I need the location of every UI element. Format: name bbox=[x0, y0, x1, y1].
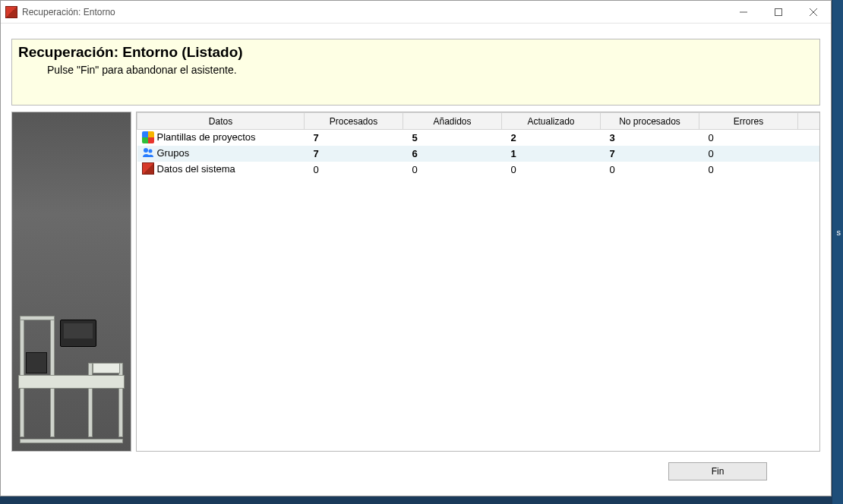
titlebar[interactable]: Recuperación: Entorno bbox=[1, 1, 831, 24]
client-area: Recuperación: Entorno (Listado) Pulse "F… bbox=[11, 39, 820, 485]
window-title: Recuperación: Entorno bbox=[22, 7, 115, 17]
page-title: Recuperación: Entorno (Listado) bbox=[18, 44, 813, 61]
table-header-row: Datos Procesados Añadidos Actualizado No… bbox=[137, 113, 820, 130]
cell-errores: 0 bbox=[699, 162, 798, 178]
table-row[interactable]: Grupos76170 bbox=[137, 146, 820, 162]
cell-spacer bbox=[798, 146, 820, 162]
cell-label: Grupos bbox=[137, 146, 305, 162]
cell-label: Datos del sistema bbox=[137, 162, 305, 178]
cell-procesados: 7 bbox=[305, 146, 403, 162]
window-controls bbox=[726, 1, 831, 24]
fin-button[interactable]: Fin bbox=[668, 462, 767, 480]
close-button[interactable] bbox=[796, 1, 831, 24]
page-subtitle: Pulse "Fin" para abandonar el asistente. bbox=[47, 64, 813, 76]
cell-actualizado: 1 bbox=[502, 146, 601, 162]
app-icon bbox=[5, 6, 17, 18]
system-icon bbox=[142, 162, 154, 175]
col-actualizado[interactable]: Actualizado bbox=[502, 113, 601, 130]
groups-icon bbox=[142, 146, 154, 159]
results-table: Datos Procesados Añadidos Actualizado No… bbox=[137, 112, 819, 178]
dialog-window: Recuperación: Entorno Recuperación: Ento… bbox=[0, 0, 832, 496]
cell-procesados: 7 bbox=[305, 130, 403, 146]
cell-errores: 0 bbox=[699, 146, 798, 162]
table-row[interactable]: Plantillas de proyectos75230 bbox=[137, 130, 820, 146]
cell-label: Plantillas de proyectos bbox=[137, 130, 305, 146]
results-table-container: Datos Procesados Añadidos Actualizado No… bbox=[136, 112, 820, 452]
col-no-procesados[interactable]: No procesados bbox=[601, 113, 699, 130]
machine-illustration bbox=[18, 316, 125, 445]
minimize-button[interactable] bbox=[726, 1, 761, 24]
footer: Fin bbox=[11, 458, 820, 485]
header-banner: Recuperación: Entorno (Listado) Pulse "F… bbox=[11, 39, 820, 106]
cell-no-procesados: 7 bbox=[601, 146, 699, 162]
table-body: Plantillas de proyectos75230Grupos76170D… bbox=[137, 130, 820, 178]
cell-procesados: 0 bbox=[305, 162, 403, 178]
cell-spacer bbox=[798, 162, 820, 178]
svg-point-1 bbox=[144, 148, 148, 153]
cell-no-procesados: 3 bbox=[601, 130, 699, 146]
svg-point-2 bbox=[148, 150, 152, 153]
cell-anadidos: 0 bbox=[403, 162, 502, 178]
cell-anadidos: 6 bbox=[403, 146, 502, 162]
col-datos[interactable]: Datos bbox=[137, 113, 305, 130]
cell-spacer bbox=[798, 130, 820, 146]
background-window-sliver: s bbox=[832, 0, 843, 496]
cell-anadidos: 5 bbox=[403, 130, 502, 146]
templates-icon bbox=[142, 131, 154, 143]
cell-actualizado: 2 bbox=[502, 130, 601, 146]
col-errores[interactable]: Errores bbox=[699, 113, 798, 130]
col-anadidos[interactable]: Añadidos bbox=[403, 113, 502, 130]
cell-errores: 0 bbox=[699, 130, 798, 146]
col-procesados[interactable]: Procesados bbox=[305, 113, 403, 130]
col-spacer bbox=[798, 113, 820, 130]
cell-actualizado: 0 bbox=[502, 162, 601, 178]
svg-rect-0 bbox=[775, 8, 782, 15]
table-row[interactable]: Datos del sistema00000 bbox=[137, 162, 820, 178]
maximize-button[interactable] bbox=[761, 1, 796, 24]
body-row: Datos Procesados Añadidos Actualizado No… bbox=[11, 112, 820, 452]
wizard-sidebar bbox=[11, 112, 131, 452]
cell-no-procesados: 0 bbox=[601, 162, 699, 178]
